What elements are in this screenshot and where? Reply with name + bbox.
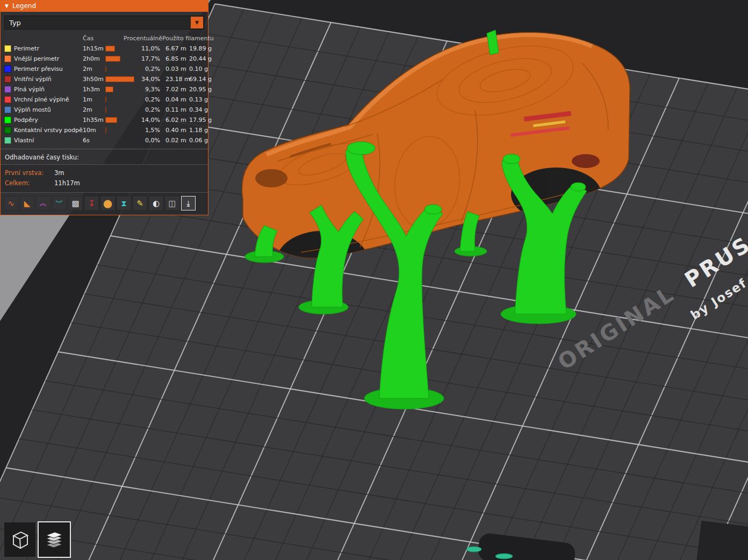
color-swatch (4, 106, 11, 113)
estimated-times-block: První vrstva: 3m Celkem: 11h17m (1, 164, 208, 192)
color-changes-icon[interactable]: ⬤ (100, 196, 115, 210)
legend-row[interactable]: Perimetr 1h15m 11,0% 6.67 m 19.89 g (4, 43, 204, 54)
dropdown-arrow-icon[interactable]: ▼ (191, 17, 203, 28)
feature-weight: 0.34 g (189, 106, 208, 113)
pause-prints-icon[interactable]: ◐ (149, 196, 163, 210)
legend-row[interactable]: Výplň mostů 2m 0,2% 0.11 m 0.34 g (4, 105, 204, 115)
column-header-filament: Použito filamentu (162, 35, 204, 42)
time-bar (105, 137, 138, 143)
feature-percent: 17,7% (138, 55, 162, 62)
feature-time: 1h15m (83, 45, 105, 52)
first-layer-value: 3m (54, 169, 64, 177)
feature-time: 6s (83, 137, 105, 144)
deretractions-icon[interactable]: ︾ (52, 196, 67, 210)
feature-label: Vnitřní výplň (14, 76, 83, 83)
legend-panel: ▼ Legend Typ ▼ Čas Procentuálně Použito … (0, 0, 208, 215)
color-swatch (4, 55, 11, 62)
wireframe-icon[interactable]: ◫ (165, 196, 179, 210)
time-bar (105, 127, 138, 133)
feature-length: 0.02 m (162, 137, 189, 144)
feature-length: 0.04 m (162, 96, 189, 103)
feature-label: Vrchní plné výplně (14, 96, 83, 103)
legend-row[interactable]: Perimetr převisu 2m 0,2% 0.03 m 0.10 g (4, 64, 204, 74)
feature-time: 2m (83, 106, 105, 113)
view-type-value: Typ (9, 19, 21, 27)
legend-row[interactable]: Podpěry 1h35m 14,0% 6.02 m 17.95 g (4, 115, 204, 125)
time-bar-fill (105, 97, 106, 103)
time-bar-fill (105, 117, 117, 123)
time-bar-fill (105, 76, 134, 82)
legend-column-headers: Čas Procentuálně Použito filamentu (4, 33, 204, 43)
feature-length: 23.18 m (162, 76, 189, 83)
total-time-label: Celkem: (5, 179, 54, 187)
legend-row[interactable]: Plná výplň 1h3m 9,3% 7.02 m 20.95 g (4, 84, 204, 94)
cube-icon (9, 529, 31, 550)
feature-length: 6.85 m (162, 55, 189, 62)
seams-icon[interactable]: ▩ (68, 196, 83, 210)
color-swatch (4, 66, 11, 72)
feature-length: 0.11 m (162, 106, 189, 113)
feature-length: 0.40 m (162, 127, 189, 134)
color-swatch (4, 96, 11, 103)
time-bar (105, 66, 138, 72)
time-bar (105, 97, 138, 103)
time-bar-fill (105, 127, 106, 133)
feature-time: 1m (83, 96, 105, 103)
time-bar (105, 56, 138, 62)
legend-row[interactable]: Vnější perimetr 2h0m 17,7% 6.85 m 20.44 … (4, 54, 204, 64)
estimated-times-title: Odhadované časy tisku: (1, 149, 208, 164)
feature-percent: 34,0% (138, 76, 162, 83)
legend-row[interactable]: Kontaktní vrstvy podpěr 10m 1,5% 0.40 m … (4, 125, 204, 135)
feature-time: 2m (83, 66, 105, 72)
time-bar (105, 86, 138, 92)
legend-table: Čas Procentuálně Použito filamentu Perim… (1, 32, 208, 147)
time-bar-fill (105, 107, 106, 113)
legend-header[interactable]: ▼ Legend (1, 0, 208, 12)
legend-row[interactable]: Vrchní plné výplně 1m 0,2% 0.04 m 0.13 g (4, 94, 204, 105)
time-bar (105, 107, 138, 113)
feature-weight: 17.95 g (189, 117, 212, 123)
feature-label: Plná výplň (14, 86, 83, 93)
total-time-value: 11h17m (54, 179, 80, 187)
feature-time: 2h0m (83, 55, 105, 62)
feature-label: Vlastní (14, 137, 83, 144)
feature-weight: 69.14 g (189, 76, 212, 83)
color-swatch (4, 117, 11, 123)
feature-length: 6.67 m (162, 45, 189, 52)
3d-view-button[interactable] (4, 522, 35, 557)
feature-label: Kontaktní vrstvy podpěr (14, 127, 83, 134)
color-swatch (4, 86, 11, 93)
feature-percent: 14,0% (138, 117, 162, 123)
feature-label: Výplň mostů (14, 106, 83, 113)
legend-toggle-icon[interactable]: ⤓ (181, 196, 196, 210)
print-time-icon[interactable]: ⧗ (117, 196, 131, 210)
column-header-percent: Procentuálně (105, 35, 162, 42)
collapse-triangle-icon: ▼ (5, 3, 9, 9)
layers-icon (43, 529, 66, 550)
object-marker-icon[interactable]: ↧ (84, 196, 99, 210)
time-bar (105, 117, 138, 123)
legend-title: Legend (12, 2, 36, 10)
time-bar-fill (105, 56, 120, 62)
custom-gcode-icon[interactable]: ✎ (133, 196, 147, 210)
color-swatch (4, 45, 11, 52)
column-header-time: Čas (83, 35, 105, 42)
travels-icon[interactable]: ∿ (4, 196, 18, 210)
total-time-line: Celkem: 11h17m (5, 178, 204, 188)
feature-weight: 19.89 g (189, 45, 212, 52)
feature-weight: 20.95 g (189, 86, 212, 93)
feature-length: 6.02 m (162, 117, 189, 123)
time-bar-fill (105, 66, 106, 72)
shells-icon[interactable]: ◣ (20, 196, 34, 210)
time-bar (105, 76, 138, 82)
feature-percent: 0,2% (138, 96, 162, 103)
legend-row[interactable]: Vnitřní výplň 3h50m 34,0% 23.18 m 69.14 … (4, 74, 204, 84)
retractions-icon[interactable]: ︽ (36, 196, 51, 210)
feature-weight: 1.18 g (189, 127, 208, 134)
feature-percent: 1,5% (138, 127, 162, 134)
view-type-dropdown[interactable]: Typ ▼ (4, 16, 204, 30)
feature-label: Perimetr převisu (14, 66, 83, 72)
legend-row[interactable]: Vlastní 6s 0,0% 0.02 m 0.06 g (4, 135, 204, 146)
feature-label: Perimetr (14, 45, 83, 52)
layers-view-button[interactable] (39, 522, 70, 557)
